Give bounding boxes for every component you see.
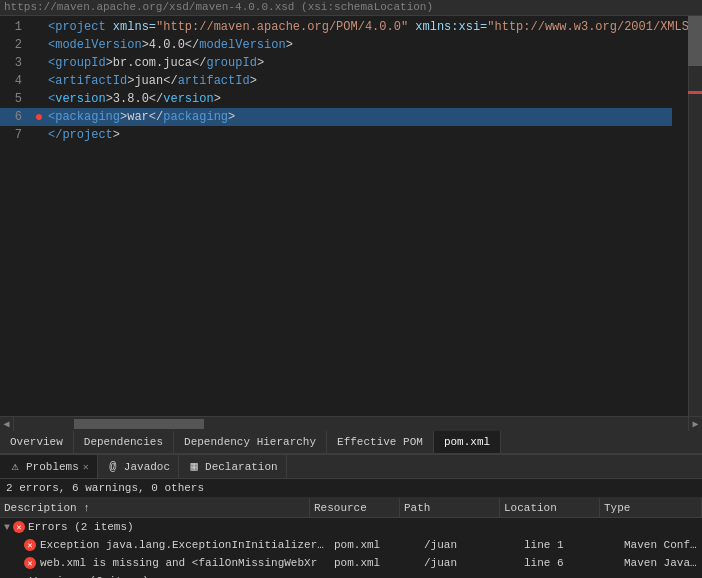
problem-group-error[interactable]: ▼✕Errors (2 items) <box>0 518 702 536</box>
problems-tab-icon: ▦ <box>187 460 201 474</box>
column-header-description[interactable]: Description ↑ <box>0 498 310 517</box>
problems-tab-javadoc[interactable]: @Javadoc <box>98 455 179 478</box>
problem-desc-text: web.xml is missing and <failOnMissingWeb… <box>40 557 317 569</box>
expand-icon[interactable]: ▼ <box>4 522 10 533</box>
code-line-5: 5 <version>3.8.0</version> <box>0 90 686 108</box>
no-error-icon <box>32 20 46 34</box>
code-content: 1<project xmlns="http://maven.apache.org… <box>0 16 702 146</box>
problems-tab-icon: @ <box>106 460 120 474</box>
line-code: <version>3.8.0</version> <box>48 92 221 106</box>
group-label: Errors (2 items) <box>28 521 134 533</box>
problems-panel: ⚠Problems ✕@Javadoc▦Declaration 2 errors… <box>0 454 702 578</box>
editor-tabs: OverviewDependenciesDependency Hierarchy… <box>0 430 702 454</box>
problem-type: Maven Confi... <box>620 539 702 551</box>
problems-tab-label: Declaration <box>205 461 278 473</box>
problems-tab-problems[interactable]: ⚠Problems ✕ <box>0 455 98 478</box>
problems-tab-close-button[interactable]: ✕ <box>83 461 89 473</box>
problem-location: line 6 <box>520 557 620 569</box>
editor-tab-dependency-hierarchy[interactable]: Dependency Hierarchy <box>174 431 327 453</box>
column-header-resource[interactable]: Resource <box>310 498 400 517</box>
line-number: 3 <box>4 56 32 70</box>
editor-tab-dependencies[interactable]: Dependencies <box>74 431 174 453</box>
code-line-1: 1<project xmlns="http://maven.apache.org… <box>0 18 686 36</box>
code-line-7: 7</project> <box>0 126 686 144</box>
line-number: 1 <box>4 20 32 34</box>
problem-description: ✕web.xml is missing and <failOnMissingWe… <box>20 557 330 569</box>
error-icon: ● <box>32 110 46 124</box>
scrollbar-track-h[interactable] <box>14 417 702 431</box>
scroll-right-button[interactable]: ▶ <box>688 417 702 431</box>
line-number: 5 <box>4 92 32 106</box>
problems-rows: ▼✕Errors (2 items)✕Exception java.lang.E… <box>0 518 702 578</box>
code-line-6: 6● <packaging>war</packaging> <box>0 108 672 126</box>
line-code: <groupId>br.com.juca</groupId> <box>48 56 264 70</box>
problem-group-warning[interactable]: ▼⚠Warnings (6 items) <box>0 572 702 578</box>
line-code: <project xmlns="http://maven.apache.org/… <box>48 20 696 34</box>
no-error-icon <box>32 56 46 70</box>
problem-error-icon: ✕ <box>24 557 36 569</box>
problem-resource: pom.xml <box>330 539 420 551</box>
error-marker <box>688 91 702 94</box>
line-code: </project> <box>48 128 120 142</box>
editor-area[interactable]: 1<project xmlns="http://maven.apache.org… <box>0 16 702 416</box>
problems-tab-label: Problems <box>26 461 79 473</box>
line-code: <packaging>war</packaging> <box>48 110 235 124</box>
column-header-location[interactable]: Location <box>500 498 600 517</box>
problems-tab-icon: ⚠ <box>8 460 22 474</box>
editor-tab-effective-pom[interactable]: Effective POM <box>327 431 434 453</box>
line-code: <artifactId>juan</artifactId> <box>48 74 257 88</box>
problem-row[interactable]: ✕Exception java.lang.ExceptionInInitiali… <box>0 536 702 554</box>
line-number: 6 <box>4 110 32 124</box>
line-code: <modelVersion>4.0.0</modelVersion> <box>48 38 293 52</box>
problem-row[interactable]: ✕web.xml is missing and <failOnMissingWe… <box>0 554 702 572</box>
code-line-4: 4 <artifactId>juan</artifactId> <box>0 72 686 90</box>
editor-tab-pom.xml[interactable]: pom.xml <box>434 431 501 453</box>
problem-resource: pom.xml <box>330 557 420 569</box>
no-error-icon <box>32 128 46 142</box>
column-header-path[interactable]: Path <box>400 498 500 517</box>
line-number: 7 <box>4 128 32 142</box>
scrollbar-thumb-v[interactable] <box>688 16 702 66</box>
problem-location: line 1 <box>520 539 620 551</box>
url-bar: https://maven.apache.org/xsd/maven-4.0.0… <box>0 0 702 16</box>
editor-tab-overview[interactable]: Overview <box>0 431 74 453</box>
problems-summary: 2 errors, 6 warnings, 0 others <box>0 479 702 498</box>
scrollbar-bottom[interactable]: ◀ ▶ <box>0 416 702 430</box>
no-error-icon <box>32 92 46 106</box>
code-line-3: 3 <groupId>br.com.juca</groupId> <box>0 54 686 72</box>
scrollbar-right[interactable] <box>688 16 702 416</box>
problems-tab-label: Javadoc <box>124 461 170 473</box>
no-error-icon <box>32 38 46 52</box>
problem-error-icon: ✕ <box>24 539 36 551</box>
problems-tabs-row: ⚠Problems ✕@Javadoc▦Declaration <box>0 455 702 479</box>
problem-description: ✕Exception java.lang.ExceptionInInitiali… <box>20 539 330 551</box>
no-error-icon <box>32 74 46 88</box>
problems-tab-declaration[interactable]: ▦Declaration <box>179 455 287 478</box>
problem-type: Maven Java E... <box>620 557 702 569</box>
line-number: 2 <box>4 38 32 52</box>
code-line-2: 2 <modelVersion>4.0.0</modelVersion> <box>0 36 686 54</box>
problem-path: /juan <box>420 539 520 551</box>
line-number: 4 <box>4 74 32 88</box>
scroll-left-button[interactable]: ◀ <box>0 417 14 431</box>
problems-table-header: Description ↑ResourcePathLocationType <box>0 498 702 518</box>
problem-path: /juan <box>420 557 520 569</box>
column-header-type[interactable]: Type <box>600 498 702 517</box>
scrollbar-thumb-h[interactable] <box>74 419 204 429</box>
error-group-icon: ✕ <box>13 521 25 533</box>
problem-desc-text: Exception java.lang.ExceptionInInitializ… <box>40 539 330 551</box>
